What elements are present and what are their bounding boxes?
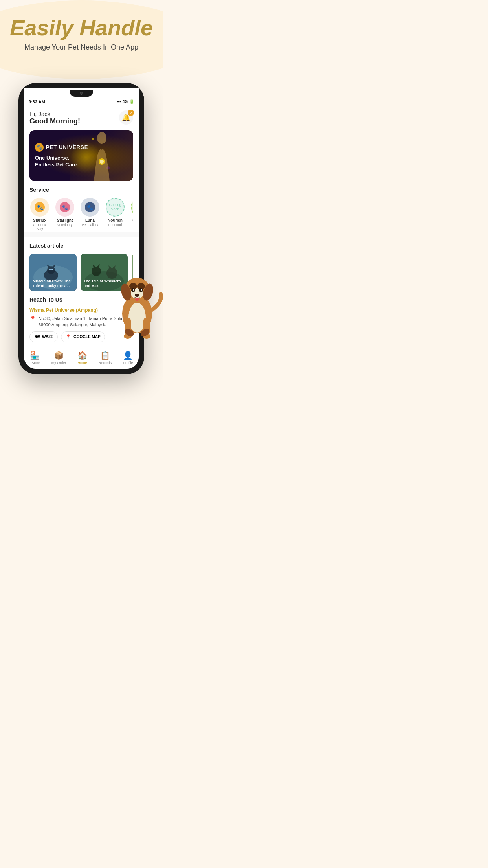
article-card-1[interactable]: Miracle on Paws: The Tale of Lucky the C… [29, 254, 77, 291]
greeting-text: Hi, Jack Good Morning! [29, 110, 80, 125]
app-content: Hi, Jack Good Morning! 🔔 2 [24, 106, 139, 232]
svg-point-0 [97, 132, 106, 144]
bottom-nav: 🏪 eStore 📦 My Order 🏠 Home 📋 Records [24, 346, 139, 369]
starlux-name: Starlux [33, 218, 46, 223]
nav-item-estore[interactable]: 🏪 eStore [26, 349, 43, 366]
articles-row: Miracle on Paws: The Tale of Lucky the C… [29, 254, 133, 291]
camera-dot [80, 92, 83, 95]
svg-point-15 [49, 269, 51, 270]
waze-icon: 🗺 [34, 334, 40, 340]
service-title: Service [29, 187, 133, 193]
banner-logo-icon: 🐾 [35, 143, 44, 152]
phone-frame: 9:32 AM ▪▪▪ 4G 🔋 Hi, Jack Good Morning! [18, 83, 144, 374]
battery-icon: 🔋 [129, 99, 134, 104]
svg-point-16 [51, 269, 53, 270]
cosmos-icon-wrap: ComingSoon [131, 198, 133, 217]
records-icon: 📋 [100, 351, 110, 360]
reach-address: No.30, Jalan Sulaiman 1, Taman Putra Sul… [39, 315, 133, 328]
reach-location-name: Wisma Pet Universe (Ampang) [29, 307, 133, 313]
article-3-image [132, 254, 133, 291]
banner-logo-area: 🐾 PET UNIVERSE One Universe,Endless Pet … [29, 138, 94, 173]
signal-icons: ▪▪▪ 4G 🔋 [117, 99, 134, 104]
home-icon: 🏠 [77, 351, 87, 360]
myorder-label: My Order [51, 361, 66, 365]
status-time: 9:32 AM [29, 99, 45, 104]
notch-area [24, 88, 139, 98]
myorder-icon: 📦 [54, 351, 64, 360]
nourish-icon-wrap: ComingSoon [106, 198, 125, 217]
google-map-icon: 📍 [65, 334, 72, 340]
article-title-2: The Tale of Whiskers and Max [84, 279, 125, 289]
location-pin-icon: 📍 [29, 316, 36, 322]
svg-point-22 [106, 268, 117, 279]
article-title-1: Miracle on Paws: The Tale of Lucky the C… [33, 279, 73, 289]
nav-item-profile[interactable]: 👤 Profile [120, 349, 136, 366]
nav-item-records[interactable]: 📋 Records [95, 349, 115, 366]
waze-label: WAZE [42, 335, 53, 339]
home-label: Home [77, 361, 87, 365]
greeting-hi: Hi, Jack [29, 110, 80, 117]
starlight-icon: 🐾 [59, 202, 70, 213]
starlux-icon-wrap: 🐾 [30, 198, 49, 217]
svg-text:🐾: 🐾 [37, 204, 44, 211]
starlight-icon-wrap: 🐾 [55, 198, 74, 217]
status-bar: 9:32 AM ▪▪▪ 4G 🔋 [24, 98, 139, 106]
svg-rect-47 [143, 318, 150, 335]
svg-rect-25 [132, 254, 133, 291]
service-section: Service 🐾 Starlux Groom & [29, 187, 133, 232]
reach-address-row: 📍 No.30, Jalan Sulaiman 1, Taman Putra S… [29, 315, 133, 328]
map-buttons: 🗺 WAZE 📍 GOOGLE MAP [29, 331, 133, 342]
luna-name: Luna [85, 218, 95, 223]
headline: Easily Handle [8, 16, 155, 40]
services-row: 🐾 Starlux Groom & Stay [29, 198, 133, 232]
luna-icon: 🐾 [84, 202, 95, 213]
service-item-nourish[interactable]: ComingSoon Nourish Pet Food [105, 198, 125, 231]
profile-icon: 👤 [123, 351, 133, 360]
notch [70, 90, 93, 97]
page-header: Easily Handle Manage Your Pet Needs In O… [0, 0, 163, 63]
notification-bell-button[interactable]: 🔔 2 [119, 110, 133, 125]
estore-label: eStore [29, 361, 40, 365]
service-item-starlight[interactable]: 🐾 Starlight Veterinary [55, 198, 75, 231]
cosmos-name: Cosmos [132, 218, 133, 223]
banner-title: PET UNIVERSE [46, 144, 88, 150]
signal-bars: ▪▪▪ [117, 99, 121, 104]
article-card-2[interactable]: The Tale of Whiskers and Max [81, 254, 128, 291]
reach-section: Reach To Us Wisma Pet Universe (Ampang) … [24, 291, 139, 346]
notification-badge: 2 [128, 110, 134, 116]
service-item-starlux[interactable]: 🐾 Starlux Groom & Stay [29, 198, 50, 231]
page-background: Easily Handle Manage Your Pet Needs In O… [0, 0, 163, 868]
banner[interactable]: 🐾 PET UNIVERSE One Universe,Endless Pet … [29, 130, 133, 181]
greeting-good-morning: Good Morning! [29, 117, 80, 125]
article-card-3[interactable]: The Adventure of Buddy the Brave [132, 254, 133, 291]
nav-item-home[interactable]: 🏠 Home [74, 349, 90, 366]
greeting-row: Hi, Jack Good Morning! 🔔 2 [29, 110, 133, 125]
starlight-sub: Veterinary [57, 223, 72, 227]
starlight-name: Starlight [57, 218, 73, 223]
service-item-cosmos[interactable]: ComingSoon Cosmos Academy [130, 198, 133, 231]
articles-section: Latest article [24, 237, 139, 291]
starlux-icon: 🐾 [34, 202, 45, 213]
reach-title: Reach To Us [29, 296, 133, 303]
starlux-sub: Groom & Stay [29, 223, 50, 231]
network-type: 4G [123, 99, 128, 104]
nourish-name: Nourish [108, 218, 123, 223]
nourish-sub: Pet Food [108, 223, 122, 227]
svg-text:🐾: 🐾 [87, 204, 94, 211]
nourish-coming-soon: ComingSoon [109, 203, 121, 211]
estore-icon: 🏪 [30, 351, 40, 360]
nav-item-myorder[interactable]: 📦 My Order [48, 349, 70, 366]
banner-tagline: One Universe,Endless Pet Care. [35, 155, 88, 168]
phone-mockup: 9:32 AM ▪▪▪ 4G 🔋 Hi, Jack Good Morning! [0, 83, 163, 374]
records-label: Records [99, 361, 112, 365]
waze-button[interactable]: 🗺 WAZE [29, 331, 58, 342]
banner-logo-row: 🐾 PET UNIVERSE [35, 143, 88, 152]
profile-label: Profile [123, 361, 133, 365]
service-item-luna[interactable]: 🐾 Luna Pet Gallery [80, 198, 100, 231]
google-map-button[interactable]: 📍 GOOGLE MAP [61, 331, 105, 342]
svg-point-12 [47, 266, 55, 274]
svg-text:🐾: 🐾 [62, 204, 68, 211]
svg-point-19 [92, 267, 101, 276]
luna-icon-wrap: 🐾 [81, 198, 99, 217]
subheadline: Manage Your Pet Needs In One App [8, 43, 155, 51]
